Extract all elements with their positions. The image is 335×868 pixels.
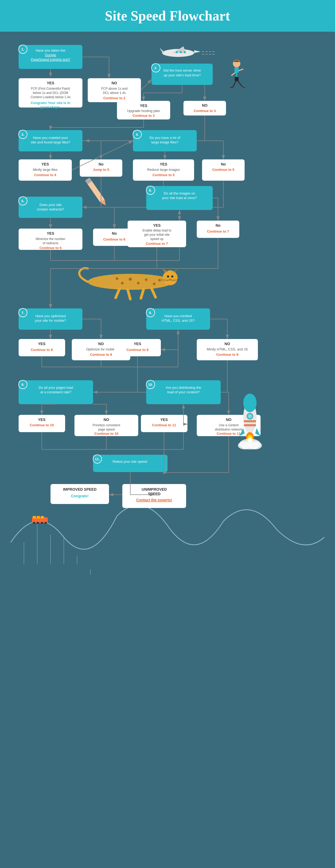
- svg-text:your site for mobile?: your site for mobile?: [35, 318, 66, 322]
- svg-rect-270: [41, 516, 44, 519]
- svg-point-271: [33, 522, 35, 524]
- svg-text:NO: NO: [226, 417, 232, 422]
- svg-text:Congrats! Your site is in: Congrats! Your site is in: [31, 101, 70, 105]
- svg-text:below 1s and DCL (DOM: below 1s and DCL (DOM: [33, 91, 68, 95]
- svg-text:PageSpeed Insights test?: PageSpeed Insights test?: [31, 58, 70, 61]
- svg-text:Minify HTML, CSS, and JS: Minify HTML, CSS, and JS: [207, 347, 248, 351]
- svg-text:Continue to 8: Continue to 8: [90, 352, 112, 356]
- svg-text:Does your site: Does your site: [39, 203, 61, 207]
- svg-text:YES: YES: [160, 162, 167, 166]
- svg-rect-269: [37, 516, 40, 519]
- svg-line-45: [242, 86, 245, 88]
- svg-point-149: [145, 278, 147, 281]
- svg-text:site and found large files?: site and found large files?: [31, 140, 70, 144]
- svg-text:Minimize the number: Minimize the number: [36, 237, 65, 241]
- svg-text:FCP (First Contentful Paint): FCP (First Contentful Paint): [31, 87, 70, 90]
- svg-text:No: No: [99, 162, 104, 166]
- svg-text:NO: NO: [104, 417, 109, 422]
- svg-text:Have you minified: Have you minified: [164, 314, 192, 318]
- header: Site Speed Flowchart: [0, 0, 335, 32]
- svg-point-156: [167, 275, 169, 278]
- svg-rect-47: [235, 77, 238, 81]
- svg-text:Continue to 11: Continue to 11: [152, 423, 176, 427]
- svg-text:Continue to 10: Continue to 10: [30, 423, 54, 427]
- svg-text:up your site's load time?: up your site's load time?: [164, 73, 201, 77]
- svg-text:Continue to 6: Continue to 6: [39, 246, 61, 250]
- svg-text:Enable delay load to: Enable delay load to: [142, 228, 171, 232]
- svg-point-158: [169, 279, 172, 281]
- svg-text:Content Loaded) below 1.4s: Content Loaded) below 1.4s: [31, 95, 70, 99]
- svg-text:Have you optimized: Have you optimized: [35, 314, 66, 318]
- svg-text:SPEED: SPEED: [148, 492, 160, 496]
- svg-text:8.: 8.: [149, 311, 152, 315]
- svg-text:IMPROVED SPEED: IMPROVED SPEED: [63, 487, 97, 492]
- svg-text:YES: YES: [41, 162, 49, 166]
- svg-line-152: [116, 288, 120, 298]
- svg-text:of redirects: of redirects: [42, 241, 58, 245]
- svg-point-273: [41, 522, 43, 524]
- svg-text:Have you taken the: Have you taken the: [36, 49, 65, 53]
- svg-point-148: [116, 277, 118, 280]
- flowchart-svg: 1. Have you taken the Google PageSpeed I…: [11, 37, 324, 862]
- svg-text:speed up: speed up: [150, 237, 164, 241]
- svg-text:at a consistent rate?: at a consistent rate?: [40, 390, 71, 394]
- svg-rect-260: [244, 424, 256, 426]
- svg-text:2.: 2.: [155, 66, 157, 70]
- svg-text:Do all your pages load: Do all your pages load: [39, 385, 73, 390]
- svg-text:No: No: [221, 162, 226, 166]
- svg-text:10.: 10.: [148, 383, 153, 386]
- svg-line-153: [128, 289, 130, 299]
- svg-text:large image files?: large image files?: [151, 140, 178, 144]
- svg-marker-9: [194, 50, 201, 53]
- svg-line-37: [141, 80, 152, 90]
- svg-text:9.: 9.: [22, 383, 25, 386]
- svg-text:Jump to 5: Jump to 5: [93, 168, 109, 172]
- svg-line-154: [141, 289, 143, 298]
- svg-marker-159: [162, 269, 168, 273]
- svg-text:NO: NO: [112, 81, 117, 85]
- svg-text:11.: 11.: [95, 457, 100, 461]
- svg-text:UNIMPROVED: UNIMPROVED: [142, 487, 167, 492]
- svg-text:HTML, CSS, and JS?: HTML, CSS, and JS?: [162, 318, 195, 322]
- svg-text:Optimize for mobile: Optimize for mobile: [86, 347, 116, 351]
- svg-point-14: [184, 51, 186, 53]
- page-title: Site Speed Flowchart: [5, 8, 330, 24]
- svg-text:4.: 4.: [136, 132, 139, 136]
- svg-text:Do all the images on: Do all the images on: [164, 191, 195, 195]
- svg-text:Continue to 6: Continue to 6: [103, 237, 125, 241]
- svg-text:YES: YES: [160, 417, 168, 422]
- svg-text:Reduce large images: Reduce large images: [147, 168, 180, 172]
- svg-point-151: [158, 279, 161, 282]
- svg-text:Do you have a lot of: Do you have a lot of: [149, 136, 180, 140]
- svg-rect-259: [244, 420, 256, 422]
- svg-text:YES: YES: [38, 342, 45, 346]
- svg-text:Contact the experts!: Contact the experts!: [136, 498, 172, 502]
- svg-text:Continue to 9: Continue to 9: [216, 352, 238, 356]
- svg-text:YES: YES: [134, 342, 141, 346]
- flowchart-section: 1. Have you taken the Google PageSpeed I…: [0, 32, 335, 868]
- svg-point-150: [153, 283, 156, 285]
- svg-point-145: [129, 278, 132, 281]
- svg-line-44: [230, 87, 233, 88]
- svg-text:Congrats!: Congrats!: [71, 494, 89, 498]
- svg-point-157: [171, 275, 173, 278]
- svg-text:Continue to 9: Continue to 9: [126, 348, 148, 352]
- svg-text:Have you crawled your: Have you crawled your: [33, 136, 68, 140]
- svg-point-147: [121, 282, 124, 284]
- svg-text:7.: 7.: [22, 311, 25, 315]
- svg-text:Google: Google: [45, 53, 56, 57]
- svg-text:Continue to 11: Continue to 11: [217, 432, 241, 436]
- svg-text:Prioritize consistent: Prioritize consistent: [93, 423, 121, 427]
- flowchart-wrap: 1. Have you taken the Google PageSpeed I…: [11, 37, 324, 863]
- svg-text:get your initial site: get your initial site: [144, 233, 170, 237]
- svg-point-12: [176, 51, 178, 53]
- svg-text:distribution network: distribution network: [215, 428, 242, 431]
- svg-text:NO: NO: [202, 103, 208, 107]
- svg-text:Continue to 7: Continue to 7: [207, 229, 229, 234]
- svg-text:NO: NO: [98, 342, 104, 346]
- svg-point-274: [45, 522, 47, 524]
- svg-text:FCP above 1s and: FCP above 1s and: [101, 87, 127, 90]
- svg-text:Minify large files: Minify large files: [33, 168, 58, 172]
- svg-point-13: [180, 51, 182, 53]
- svg-line-155: [152, 288, 156, 297]
